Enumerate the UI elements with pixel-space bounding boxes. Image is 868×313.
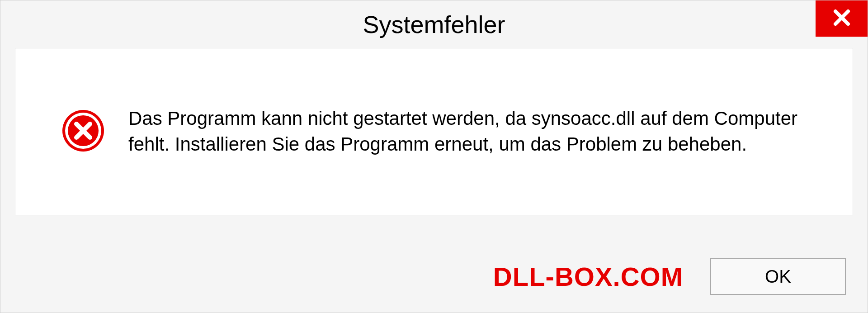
error-message: Das Programm kann nicht gestartet werden… [128,106,835,157]
dialog-footer: DLL-BOX.COM OK [0,254,868,299]
error-icon [61,108,106,155]
dialog-title: Systemfehler [363,10,505,38]
ok-button[interactable]: OK [710,258,846,295]
ok-button-label: OK [765,266,791,287]
close-icon [831,7,853,30]
close-button[interactable] [816,0,868,37]
titlebar: Systemfehler [0,0,868,48]
watermark-text: DLL-BOX.COM [493,261,683,292]
content-panel: Das Programm kann nicht gestartet werden… [15,48,853,215]
